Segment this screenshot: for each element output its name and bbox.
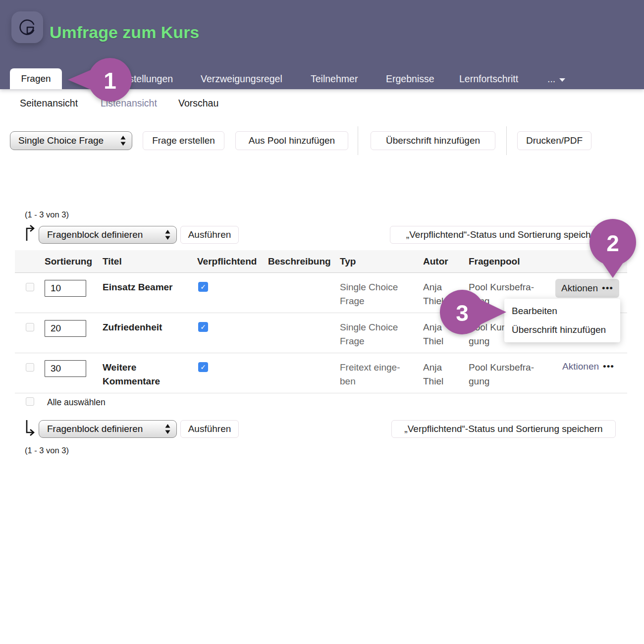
select-all-label: Alle auswählen <box>47 397 106 408</box>
batch-arrow-down-icon <box>24 419 37 436</box>
svg-text:1: 1 <box>104 68 116 94</box>
create-question-button[interactable]: Frage erstellen <box>143 131 224 150</box>
tab-teilnehmer[interactable]: Teilnehmer <box>311 68 358 89</box>
batch-arrow-up-icon <box>24 225 37 242</box>
mandatory-checkbox[interactable] <box>198 282 208 292</box>
batch-action-select-bottom[interactable]: Fragenblock definieren <box>39 420 177 438</box>
question-title: Weitere Kommen­tare <box>103 353 197 388</box>
question-author: Anja Thiel <box>423 353 469 388</box>
subtab-vorschau[interactable]: Vorschau <box>178 96 218 110</box>
mandatory-checkbox[interactable] <box>198 362 208 372</box>
app-logo <box>11 11 43 43</box>
select-arrows-icon <box>120 135 126 146</box>
execute-button-top[interactable]: Ausführen <box>180 226 239 244</box>
row-select-checkbox[interactable] <box>26 323 34 331</box>
paging-info-top: (1 - 3 von 3) <box>25 210 69 219</box>
select-all-checkbox[interactable] <box>26 397 34 406</box>
tab-fragen[interactable]: Fragen <box>10 68 62 89</box>
save-status-button-top[interactable]: „Verpflichtend“-Status und Sortierung sp… <box>390 226 621 244</box>
callout-2: 2 <box>588 217 639 280</box>
sort-input[interactable] <box>45 360 86 377</box>
sort-input[interactable] <box>45 320 86 337</box>
table-header-row: Sortierung Titel Verpflichtend Beschreib… <box>15 250 627 273</box>
question-type: Single Choice Frage <box>340 273 423 308</box>
row-select-checkbox[interactable] <box>26 363 34 372</box>
batch-action-select-top[interactable]: Fragenblock definieren <box>39 226 177 244</box>
add-from-pool-button[interactable]: Aus Pool hinzufügen <box>235 131 348 150</box>
toolbar-divider <box>506 126 507 155</box>
column-header-autor: Autor <box>423 256 469 267</box>
tab-lernfortschritt[interactable]: Lernfortschritt <box>459 68 518 89</box>
question-type-select[interactable]: Single Choice Frage <box>10 131 132 150</box>
column-header-titel: Titel <box>103 256 197 267</box>
column-header-typ: Typ <box>340 256 423 267</box>
print-pdf-button[interactable]: Drucken/PDF <box>517 131 591 150</box>
tab-more[interactable]: ... <box>547 68 565 89</box>
select-arrows-icon <box>165 229 170 240</box>
select-arrows-icon <box>165 424 170 434</box>
tab-verzweigungsregel[interactable]: Verzweigungsregel <box>201 68 282 89</box>
ellipsis-icon <box>602 283 613 294</box>
paging-info-bottom: (1 - 3 von 3) <box>25 446 69 455</box>
question-title: Einsatz Beamer <box>103 273 197 294</box>
page-title: Umfrage zum Kurs <box>50 23 199 42</box>
question-type: Freitext einge­ben <box>340 353 423 388</box>
question-title: Zufriedenheit <box>103 313 197 334</box>
tab-ergebnisse[interactable]: Ergebnisse <box>386 68 434 89</box>
question-type: Single Choice Frage <box>340 313 423 348</box>
sort-input[interactable] <box>45 280 86 297</box>
table-row: Weitere Kommen­tare Freitext einge­ben A… <box>15 353 627 393</box>
menu-item-ueberschrift-hinzufuegen[interactable]: Überschrift hinzufügen <box>504 321 620 339</box>
toolbar-divider <box>358 126 358 155</box>
column-header-fragenpool: Fragenpool <box>469 256 555 267</box>
actions-link[interactable]: Aktionen <box>562 361 614 372</box>
add-heading-button[interactable]: Überschrift hinzufügen <box>371 131 495 150</box>
mandatory-checkbox[interactable] <box>198 322 208 332</box>
course-logo-icon <box>16 16 39 39</box>
svg-text:3: 3 <box>456 300 469 326</box>
column-header-beschreibung: Beschreibung <box>268 256 340 267</box>
actions-context-menu: Bearbeiten Überschrift hinzufügen <box>504 299 620 342</box>
row-select-checkbox[interactable] <box>26 283 34 291</box>
question-pool: Pool Kursbefra­gung <box>469 353 555 388</box>
svg-text:2: 2 <box>606 230 619 256</box>
ellipsis-icon <box>603 361 614 372</box>
column-header-verpflichtend: Verpflichtend <box>197 256 268 267</box>
save-status-button-bottom[interactable]: „Verpflichtend“-Status und Sortierung sp… <box>391 420 616 438</box>
callout-1: 1 <box>64 54 134 106</box>
chevron-down-icon <box>559 78 565 82</box>
menu-item-bearbeiten[interactable]: Bearbeiten <box>504 302 620 321</box>
execute-button-bottom[interactable]: Ausführen <box>180 420 239 438</box>
callout-3: 3 <box>439 289 508 336</box>
column-header-sortierung: Sortierung <box>42 256 103 267</box>
actions-button-active[interactable]: Aktionen <box>555 279 619 298</box>
